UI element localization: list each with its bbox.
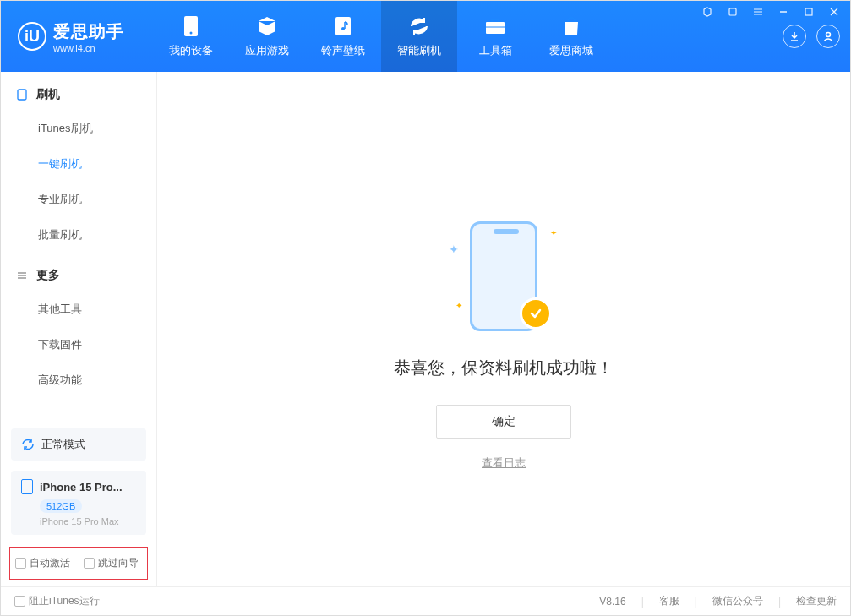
mode-indicator[interactable]: 正常模式	[11, 428, 146, 461]
svg-point-7	[826, 33, 831, 37]
success-message: 恭喜您，保资料刷机成功啦！	[394, 357, 614, 379]
svg-rect-6	[486, 22, 505, 34]
svg-point-5	[341, 27, 345, 30]
sidebar-item-pro-flash[interactable]: 专业刷机	[1, 182, 156, 217]
skip-wizard-checkbox[interactable]: 跳过向导	[84, 556, 139, 570]
success-illustration: ✦ ✦ ✦	[440, 221, 567, 340]
sparkle-icon: ✦	[456, 301, 462, 310]
check-update-link[interactable]: 检查更新	[796, 594, 837, 608]
svg-point-3	[190, 32, 193, 35]
sparkle-icon: ✦	[550, 228, 557, 237]
footer: 阻止iTunes运行 V8.16 | 客服 | 微信公众号 | 检查更新	[1, 586, 850, 615]
refresh-icon	[407, 14, 431, 38]
storage-badge: 512GB	[40, 499, 82, 513]
svg-rect-4	[335, 17, 351, 35]
device-info[interactable]: iPhone 15 Pro... 512GB iPhone 15 Pro Max	[11, 471, 146, 535]
bag-icon	[559, 14, 583, 38]
profile-button[interactable]	[816, 25, 840, 48]
check-badge-icon	[520, 297, 552, 330]
sidebar-item-itunes-flash[interactable]: iTunes刷机	[1, 111, 156, 146]
download-button[interactable]	[783, 25, 806, 48]
highlighted-options: 自动激活 跳过向导	[9, 547, 148, 580]
device-icon	[21, 479, 33, 494]
more-icon	[16, 270, 28, 281]
logo-icon: iU	[18, 22, 46, 51]
app-name: 爱思助手	[53, 20, 124, 43]
app-url: www.i4.cn	[53, 43, 124, 53]
window-maximize-icon[interactable]	[799, 4, 818, 22]
version-label: V8.16	[599, 596, 625, 608]
sidebar-group-more[interactable]: 更多	[1, 259, 156, 292]
view-log-link[interactable]: 查看日志	[482, 455, 526, 471]
ok-button[interactable]: 确定	[436, 405, 571, 439]
service-link[interactable]: 客服	[659, 594, 679, 608]
sparkle-icon: ✦	[449, 243, 459, 256]
phone-icon	[179, 14, 203, 38]
svg-rect-0	[729, 8, 736, 15]
window-tool2-icon[interactable]	[723, 4, 742, 22]
wechat-link[interactable]: 微信公众号	[712, 594, 763, 608]
nav-flash[interactable]: 智能刷机	[381, 1, 457, 72]
device-name: iPhone 15 Pro...	[40, 481, 123, 493]
logo[interactable]: iU 爱思助手 www.i4.cn	[1, 20, 153, 53]
sidebar-item-other-tools[interactable]: 其他工具	[1, 292, 156, 327]
svg-rect-8	[18, 90, 26, 100]
music-icon	[331, 14, 355, 38]
toolbox-icon	[483, 14, 507, 38]
auto-activate-checkbox[interactable]: 自动激活	[15, 556, 70, 570]
window-menu-icon[interactable]	[749, 4, 767, 22]
checkbox-icon	[15, 558, 26, 569]
checkbox-icon	[14, 596, 25, 607]
nav-store[interactable]: 爱思商城	[533, 1, 609, 72]
sidebar: 刷机 iTunes刷机 一键刷机 专业刷机 批量刷机 更多 其他工具 下载固件 …	[1, 72, 157, 586]
window-minimize-icon[interactable]	[774, 4, 793, 22]
sync-icon	[21, 438, 35, 451]
nav-devices[interactable]: 我的设备	[153, 1, 229, 72]
checkbox-icon	[84, 558, 95, 569]
nav-apps[interactable]: 应用游戏	[229, 1, 305, 72]
window-close-icon[interactable]	[825, 4, 843, 22]
sidebar-item-advanced[interactable]: 高级功能	[1, 363, 156, 398]
sidebar-item-oneclick-flash[interactable]: 一键刷机	[1, 146, 156, 182]
device-fullname: iPhone 15 Pro Max	[40, 516, 136, 526]
window-tool1-icon[interactable]	[698, 4, 717, 22]
sidebar-item-download-fw[interactable]: 下载固件	[1, 327, 156, 363]
nav-ringtones[interactable]: 铃声壁纸	[305, 1, 381, 72]
sidebar-item-batch-flash[interactable]: 批量刷机	[1, 217, 156, 253]
sidebar-group-flash[interactable]: 刷机	[1, 79, 156, 111]
svg-rect-1	[805, 8, 812, 15]
nav-toolbox[interactable]: 工具箱	[457, 1, 533, 72]
block-itunes-checkbox[interactable]: 阻止iTunes运行	[14, 594, 100, 608]
cube-icon	[255, 14, 279, 38]
main-content: ✦ ✦ ✦ 恭喜您，保资料刷机成功啦！ 确定 查看日志	[157, 72, 850, 586]
phone-small-icon	[16, 89, 28, 101]
